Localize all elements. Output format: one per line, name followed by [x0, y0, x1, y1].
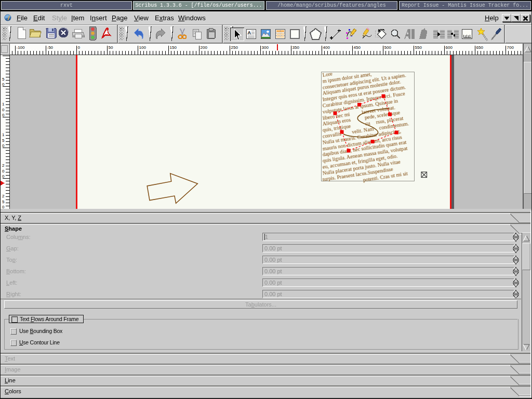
svg-text:300: 300	[262, 45, 269, 50]
svg-text:0: 0	[2, 205, 5, 209]
svg-text:5: 5	[2, 138, 5, 143]
svg-text:-50: -50	[47, 45, 54, 50]
svg-text:350: 350	[292, 45, 300, 50]
svg-text:650: 650	[476, 45, 484, 50]
svg-text:600: 600	[446, 45, 453, 50]
svg-text:550: 550	[415, 45, 422, 50]
svg-text:0: 0	[2, 82, 5, 87]
svg-text:700: 700	[507, 45, 514, 50]
svg-text:150: 150	[170, 45, 177, 50]
svg-text:250: 250	[231, 45, 238, 50]
svg-text:5: 5	[2, 200, 5, 204]
svg-text:-100: -100	[17, 45, 25, 50]
svg-text:2: 2	[2, 163, 5, 168]
svg-text:0: 0	[2, 108, 5, 112]
svg-text:450: 450	[354, 45, 361, 50]
svg-text:0: 0	[78, 45, 81, 50]
svg-text:5: 5	[2, 77, 5, 82]
svg-text:A: A	[248, 30, 251, 35]
svg-text:500: 500	[384, 45, 392, 50]
svg-text:0: 0	[2, 143, 5, 148]
svg-text:0: 0	[2, 174, 5, 179]
svg-text:50: 50	[109, 45, 113, 50]
svg-text:1: 1	[2, 102, 5, 107]
svg-text:0: 0	[2, 113, 5, 117]
svg-text:0: 0	[2, 169, 5, 174]
svg-text:200: 200	[201, 45, 208, 50]
svg-text:2: 2	[2, 194, 5, 198]
svg-text:400: 400	[323, 45, 330, 50]
svg-text:1: 1	[2, 132, 5, 137]
svg-text:100: 100	[139, 45, 147, 50]
